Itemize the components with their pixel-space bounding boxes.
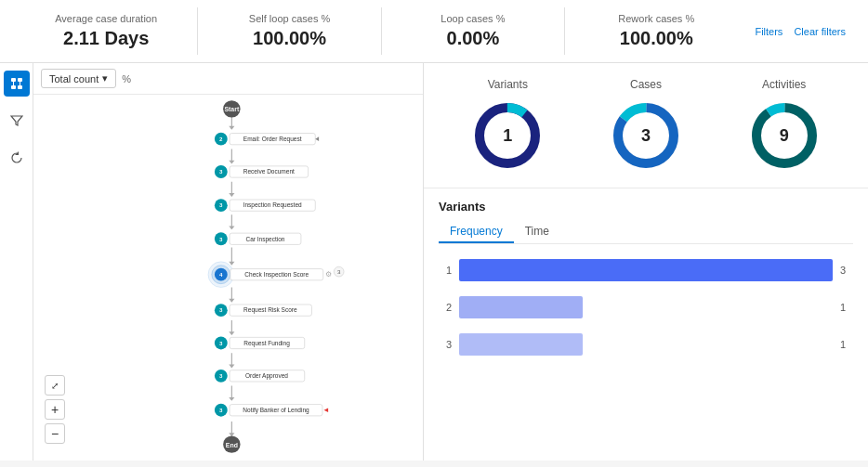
variants-bars: 1 3 2 1 3 1: [439, 259, 853, 356]
expand-button[interactable]: ⤢: [45, 375, 65, 396]
variant-bar: [459, 333, 583, 356]
svg-text:Start: Start: [224, 106, 239, 112]
svg-text:Email: Order Request: Email: Order Request: [243, 136, 302, 143]
svg-text:Check Inspection Score: Check Inspection Score: [244, 271, 309, 279]
svg-text:Order Approved: Order Approved: [245, 372, 288, 380]
total-count-dropdown[interactable]: Total count ▾: [41, 69, 116, 88]
svg-marker-16: [229, 126, 234, 130]
stat-activities: Activities 9: [747, 78, 822, 173]
cases-label: Cases: [630, 78, 662, 91]
variant-bar: [459, 296, 583, 318]
variant-row[interactable]: 2 1: [439, 296, 853, 318]
svg-marker-17: [229, 161, 234, 164]
variant-count: 1: [840, 302, 853, 313]
svg-text:End: End: [226, 442, 238, 448]
sidebar-icon-filter[interactable]: [4, 108, 30, 134]
metric-label: Average case duration: [30, 13, 182, 24]
variant-bar: [459, 259, 833, 281]
svg-marker-19: [229, 226, 234, 229]
variants-tabs: Frequency Time: [439, 221, 853, 244]
svg-text:3: 3: [219, 168, 223, 175]
activities-value: 9: [780, 126, 789, 146]
svg-text:3: 3: [219, 372, 223, 379]
metric-card-2: Loop cases % 0.00%: [382, 7, 565, 55]
variant-row[interactable]: 1 3: [439, 259, 853, 281]
svg-rect-1: [18, 78, 22, 82]
variant-bar-wrap: [459, 333, 833, 356]
stat-cases: Cases 3: [609, 78, 683, 173]
variants-section: Variants Frequency Time 1 3 2 1 3 1: [424, 188, 868, 461]
svg-rect-3: [18, 85, 22, 89]
metric-card-1: Self loop cases % 100.00%: [198, 7, 381, 55]
process-map-canvas[interactable]: Start 2 Email: Order Request 3 Receive D…: [33, 95, 423, 459]
svg-text:Receive Document: Receive Document: [243, 168, 295, 175]
svg-marker-32: [315, 136, 319, 141]
svg-marker-70: [323, 408, 328, 412]
variant-row[interactable]: 3 1: [439, 333, 853, 356]
svg-rect-0: [11, 78, 16, 82]
svg-text:3: 3: [219, 236, 223, 242]
metric-label: Rework cases %: [580, 13, 732, 24]
svg-marker-24: [229, 397, 234, 401]
zoom-out-button[interactable]: −: [45, 423, 65, 444]
variant-number: 3: [439, 339, 452, 350]
svg-marker-18: [229, 193, 234, 197]
clear-filters-link[interactable]: Clear filters: [794, 26, 846, 37]
process-map-toolbar: Total count ▾ %: [33, 63, 423, 95]
variants-value: 1: [503, 126, 512, 146]
cases-value: 3: [641, 126, 651, 146]
svg-text:Notify Banker of Lending: Notify Banker of Lending: [243, 407, 309, 414]
cases-donut: 3: [609, 98, 683, 173]
chevron-down-icon: ▾: [102, 72, 108, 84]
svg-marker-22: [229, 331, 234, 335]
svg-text:Request Risk Score: Request Risk Score: [243, 306, 297, 314]
activities-donut: 9: [747, 98, 822, 173]
svg-text:3: 3: [337, 268, 341, 275]
svg-marker-23: [229, 365, 234, 369]
svg-marker-21: [229, 299, 234, 303]
tab-time[interactable]: Time: [514, 221, 560, 243]
variant-count: 1: [840, 339, 853, 350]
svg-text:3: 3: [219, 306, 223, 313]
svg-text:3: 3: [219, 340, 223, 346]
metric-label: Self loop cases %: [213, 13, 365, 24]
svg-text:Car Inspection: Car Inspection: [245, 236, 284, 243]
stat-variants: Variants 1: [470, 78, 545, 173]
svg-rect-2: [11, 85, 16, 89]
variant-number: 1: [439, 265, 452, 276]
metric-value: 100.00%: [580, 28, 732, 49]
sidebar-icons: [0, 63, 33, 461]
variant-count: 3: [840, 265, 853, 276]
variants-donut: 1: [470, 98, 545, 173]
stats-row: Variants 1 Cases: [424, 63, 868, 188]
svg-text:Inspection Requested: Inspection Requested: [243, 201, 302, 209]
sidebar-icon-refresh[interactable]: [4, 145, 30, 171]
svg-text:2: 2: [219, 136, 223, 142]
right-panel: Variants 1 Cases: [424, 63, 868, 461]
metric-label: Loop cases %: [397, 13, 549, 24]
svg-text:3: 3: [219, 201, 223, 208]
zoom-controls: ⤢ + −: [45, 375, 65, 444]
tab-frequency[interactable]: Frequency: [439, 221, 514, 243]
variants-label: Variants: [488, 78, 528, 91]
metric-card-3: Rework cases % 100.00%: [565, 7, 747, 55]
svg-text:3: 3: [219, 407, 223, 413]
variant-bar-wrap: [459, 296, 833, 318]
sidebar-icon-process[interactable]: [4, 71, 30, 97]
metric-value: 100.00%: [213, 28, 365, 49]
variant-bar-wrap: [459, 259, 833, 281]
svg-text:4: 4: [219, 271, 223, 278]
process-map-area: Total count ▾ %: [33, 63, 424, 461]
filters-link[interactable]: Filters: [755, 26, 783, 37]
percent-label: %: [122, 73, 131, 84]
variants-title: Variants: [439, 200, 853, 214]
process-flow-svg: Start 2 Email: Order Request 3 Receive D…: [33, 95, 423, 459]
svg-text:⚙: ⚙: [325, 270, 332, 279]
svg-text:Request Funding: Request Funding: [243, 340, 290, 347]
variant-number: 2: [439, 302, 452, 313]
metric-card-0: Average case duration 2.11 Days: [15, 7, 198, 55]
zoom-in-button[interactable]: +: [45, 399, 65, 420]
metric-value: 2.11 Days: [30, 28, 182, 49]
metric-value: 0.00%: [397, 28, 549, 49]
activities-label: Activities: [762, 78, 806, 91]
